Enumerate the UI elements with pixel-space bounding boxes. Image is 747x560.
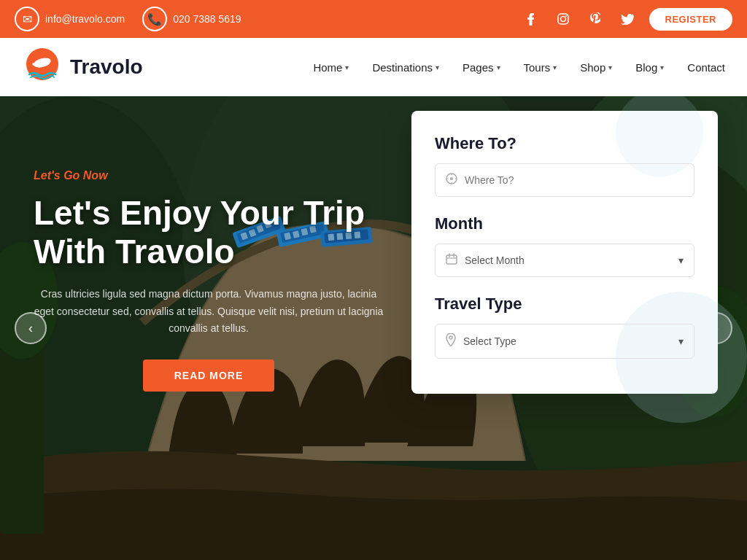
- email-contact: ✉ info@travolo.com: [15, 7, 125, 31]
- top-bar-left: ✉ info@travolo.com 📞 020 7388 5619: [15, 7, 241, 31]
- where-to-input-wrapper[interactable]: [435, 163, 694, 197]
- email-text: info@travolo.com: [45, 13, 125, 25]
- logo-icon: [22, 47, 63, 88]
- email-icon: ✉: [15, 7, 39, 31]
- nav-item-tours[interactable]: Tours ▾: [524, 61, 557, 74]
- svg-point-36: [450, 177, 453, 180]
- nav-bar: Travolo Home ▾ Destinations ▾ Pages ▾ To…: [0, 38, 747, 96]
- svg-point-38: [449, 336, 452, 339]
- chevron-down-icon: ▾: [497, 63, 500, 71]
- logo-text: Travolo: [70, 55, 143, 79]
- chevron-down-icon: ▾: [678, 254, 684, 266]
- calendar-icon: [446, 253, 457, 268]
- travel-type-select-text: Select Type: [463, 335, 671, 347]
- pin-icon: [446, 333, 456, 349]
- nav-item-contact[interactable]: Contact: [687, 61, 725, 74]
- register-button[interactable]: REGISTER: [649, 8, 732, 31]
- svg-point-1: [560, 17, 565, 22]
- hero-content: Let's Go Now Let's Enjoy Your Trip With …: [34, 169, 384, 392]
- where-to-input[interactable]: [465, 174, 684, 186]
- travel-type-select[interactable]: Select Type ▾: [435, 324, 694, 359]
- pinterest-icon[interactable]: [585, 9, 605, 29]
- month-label: Month: [435, 214, 694, 233]
- read-more-button[interactable]: READ MORE: [143, 359, 274, 392]
- compass-icon: [446, 173, 457, 187]
- nav-item-destinations[interactable]: Destinations ▾: [372, 61, 439, 74]
- nav-item-pages[interactable]: Pages ▾: [462, 61, 500, 74]
- month-section: Month Select Month ▾: [435, 214, 694, 277]
- phone-contact: 📞 020 7388 5619: [142, 7, 241, 31]
- search-panel: Where To? Month: [411, 111, 718, 394]
- phone-icon: 📞: [142, 7, 167, 31]
- hero-title: Let's Enjoy Your Trip With Travolo: [34, 194, 384, 271]
- top-bar-right: REGISTER: [521, 8, 732, 31]
- where-to-section: Where To?: [435, 134, 694, 197]
- chevron-down-icon: ▾: [345, 63, 349, 71]
- hero-tagline: Let's Go Now: [34, 169, 384, 182]
- nav-menu: Home ▾ Destinations ▾ Pages ▾ Tours ▾ Sh…: [313, 61, 725, 74]
- phone-text: 020 7388 5619: [173, 13, 241, 25]
- hero-description: Cras ultricies ligula sed magna dictum p…: [34, 286, 384, 338]
- chevron-down-icon: ▾: [678, 335, 684, 347]
- facebook-icon[interactable]: [521, 9, 541, 29]
- chevron-down-icon: ▾: [608, 63, 612, 71]
- top-bar: ✉ info@travolo.com 📞 020 7388 5619: [0, 0, 747, 38]
- svg-rect-0: [558, 14, 568, 24]
- chevron-down-icon: ▾: [553, 63, 557, 71]
- chevron-down-icon: ▾: [660, 63, 664, 71]
- month-select-text: Select Month: [465, 254, 671, 266]
- hero-section: ‹ › Let's Go Now Let's Enjoy Your Trip W…: [0, 96, 747, 560]
- twitter-icon[interactable]: [617, 9, 638, 29]
- travel-type-section: Travel Type Select Type ▾: [435, 295, 694, 359]
- svg-rect-37: [446, 255, 457, 264]
- month-select[interactable]: Select Month ▾: [435, 244, 694, 277]
- nav-item-blog[interactable]: Blog ▾: [635, 61, 664, 74]
- chevron-down-icon: ▾: [436, 63, 439, 71]
- instagram-icon[interactable]: [553, 9, 573, 29]
- nav-item-home[interactable]: Home ▾: [313, 61, 349, 74]
- logo[interactable]: Travolo: [22, 47, 143, 88]
- where-to-label: Where To?: [435, 134, 694, 153]
- svg-point-2: [565, 15, 567, 17]
- nav-item-shop[interactable]: Shop ▾: [580, 61, 612, 74]
- travel-type-label: Travel Type: [435, 295, 694, 314]
